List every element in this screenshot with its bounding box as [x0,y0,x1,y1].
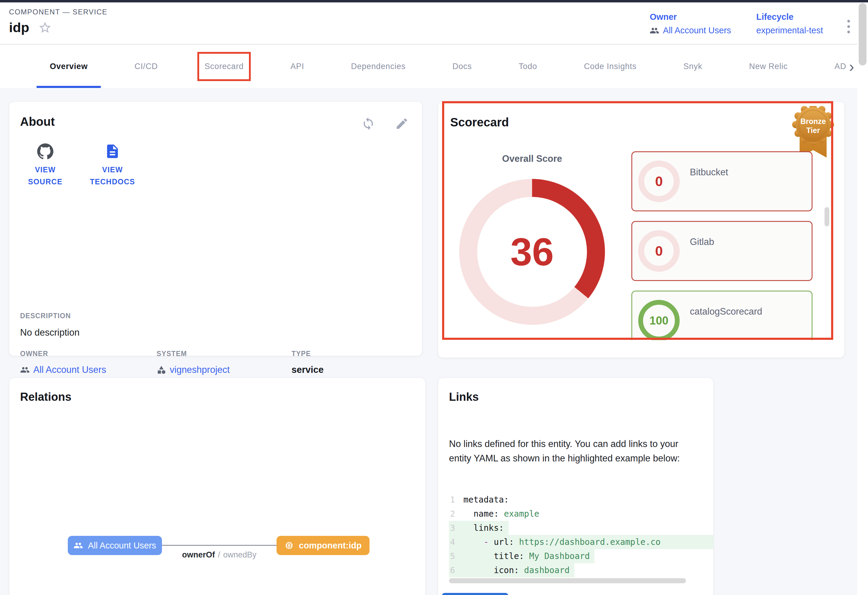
owner-label: Owner [650,12,731,22]
owner-link[interactable]: All Account Users [650,25,731,36]
type-value: service [292,364,323,375]
about-title: About [20,115,55,129]
breadcrumb: COMPONENT — SERVICE [9,8,107,16]
annotation-box-tab: Scorecard [197,52,251,81]
line-number: 6 [449,565,464,575]
relation-edge [162,545,276,546]
owner-field: OWNER All Account Users [20,350,106,375]
lifecycle-value: experimental-test [756,25,823,36]
chip-icon [284,541,294,550]
scorecard-item-bitbucket[interactable]: 0Bitbucket [631,151,812,211]
more-options-icon[interactable] [847,20,850,33]
owner-value-link[interactable]: All Account Users [20,364,106,375]
code-block: 1metadata:2 name: example3 links:4 - url… [449,493,713,577]
code-line-6: 6 icon: dashboard [449,563,713,577]
scorecard-scrollbar[interactable] [825,207,829,226]
favorite-star-icon[interactable] [38,21,52,34]
code-line-1: 1metadata: [449,493,713,507]
entity-header: COMPONENT — SERVICE idp Owner All Accoun… [0,2,868,44]
score-ring: 0 [638,161,680,202]
owner-meta: Owner All Account Users [650,12,731,36]
view-source-label: VIEW SOURCE [21,164,69,188]
edit-icon[interactable] [395,117,409,130]
badge-line2: Tier [806,126,820,135]
code-line-5: 5 title: My Dashboard [449,549,713,563]
badge-line1: Bronze [800,117,826,126]
lifecycle-meta: Lifecycle experimental-test [756,12,823,36]
score-item-label: catalogScorecard [690,306,762,317]
people-icon [650,26,659,36]
view-techdocs-button[interactable]: VIEW TECHDOCS [89,143,136,188]
relation-edge-label: ownerOf/ownedBy [162,550,276,559]
relation-node-owner-label: All Account Users [88,541,156,551]
tab-todo[interactable]: Todo [495,45,561,88]
links-empty-text: No links defined for this entity. You ca… [449,437,696,466]
links-action-button[interactable] [442,593,508,595]
relation-node-owner[interactable]: All Account Users [68,536,162,555]
scorecard-title: Scorecard [450,115,509,129]
code-horizontal-scrollbar[interactable] [449,578,686,583]
tab-overview[interactable]: Overview [27,45,111,88]
github-icon [37,143,53,160]
line-number: 1 [449,495,464,504]
view-techdocs-label: VIEW TECHDOCS [89,164,136,188]
people-icon [74,541,83,550]
code-line-2: 2 name: example [449,507,713,521]
techdocs-icon [104,143,121,160]
description-field: DESCRIPTION No description [20,312,80,338]
relation-node-component-label: component:idp [299,541,362,551]
line-number: 2 [449,509,464,518]
tab-snyk[interactable]: Snyk [660,45,726,88]
tab-scorecard[interactable]: Scorecard [181,45,267,88]
code-line-3: 3 links: [449,521,713,535]
relations-title: Relations [20,391,71,404]
overall-score-value: 36 [459,179,605,325]
scorecard-items: 0Bitbucket0Gitlab100catalogScorecard [631,151,812,340]
tab-code-insights[interactable]: Code Insights [561,45,660,88]
description-value: No description [20,327,80,338]
scorecard-item-gitlab[interactable]: 0Gitlab [631,221,812,281]
scorecard-item-catalogscorecard[interactable]: 100catalogScorecard [631,291,812,340]
tab-dependencies[interactable]: Dependencies [328,45,429,88]
system-value-link[interactable]: vigneshproject [156,364,230,375]
score-item-label: Gitlab [690,237,714,247]
entity-tabs: OverviewCI/CDScorecardAPIDependenciesDoc… [0,45,868,88]
page-scrollbar-thumb[interactable] [859,3,867,65]
overall-gauge: 36 [459,179,605,325]
score-ring: 100 [638,300,680,340]
links-card: Links No links defined for this entity. … [438,377,713,595]
line-number: 3 [449,523,464,533]
tab-ci-cd[interactable]: CI/CD [111,45,181,88]
page-title: idp [9,20,29,36]
links-title: Links [449,391,479,404]
refresh-icon[interactable] [362,117,375,130]
type-field: TYPE service [292,350,323,375]
about-card: About VIEW SOURCE VIEW TECHDOCS DESCRIPT… [9,101,422,356]
tab-docs[interactable]: Docs [429,45,495,88]
lifecycle-label: Lifecycle [756,12,823,22]
tab-api[interactable]: API [267,45,328,88]
view-source-button[interactable]: VIEW SOURCE [21,143,69,188]
tab-ad[interactable]: AD [811,45,846,88]
tabs-list: OverviewCI/CDScorecardAPIDependenciesDoc… [27,45,847,88]
line-number: 5 [449,552,464,561]
system-field: SYSTEM vigneshproject [156,350,230,375]
score-ring: 0 [638,230,680,272]
scorecard-card: Scorecard Bronze Tier Overall Score 36 0… [438,101,844,358]
overall-score-label: Overall Score [472,153,592,164]
page-scrollbar [857,2,868,595]
relation-node-component[interactable]: component:idp [276,536,369,555]
line-number: 4 [449,537,464,547]
score-item-label: Bitbucket [690,167,728,178]
tab-new-relic[interactable]: New Relic [726,45,811,88]
relations-card: Relations All Account Users component:id… [9,377,426,595]
people-icon [20,365,30,374]
top-browser-bar [0,0,868,2]
system-icon [156,365,166,374]
code-line-4: 4 - url: https://dashboard.example.co [449,535,713,549]
